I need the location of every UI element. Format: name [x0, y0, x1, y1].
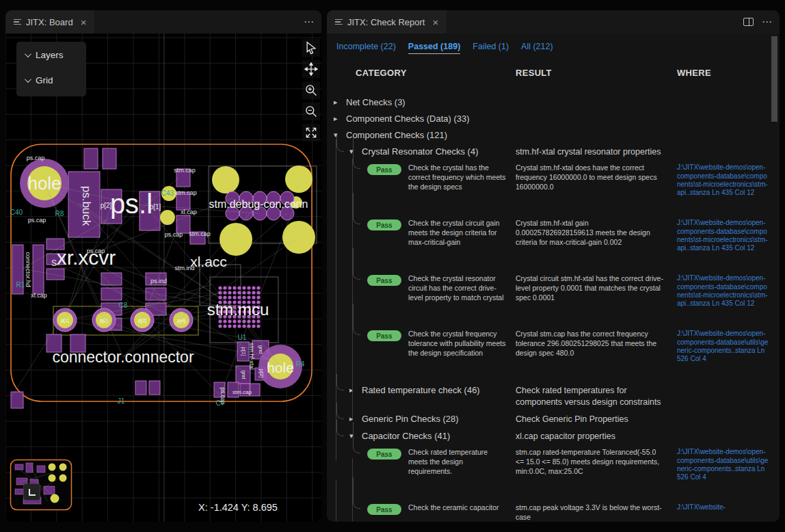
board-label: stm.cap: [175, 189, 197, 196]
zoom-out-tool-icon[interactable]: [302, 103, 320, 120]
tree-indent-guide: [352, 458, 353, 521]
group-result: Check Generic Pin Properties: [516, 414, 677, 425]
pad-label: p[2]: [100, 318, 108, 323]
close-icon[interactable]: ×: [432, 16, 438, 28]
board-label: J1: [118, 397, 125, 405]
tree-indent-guide: [353, 248, 360, 280]
group-result: Check rated temperatures for components …: [516, 385, 677, 408]
pcb-board[interactable]: p[1]p[2]p[3]p[4]holeps.lp[2]p[1]stm.debu…: [5, 34, 321, 522]
filter-tab[interactable]: Passed (189): [408, 42, 460, 54]
board-label: hole: [267, 360, 294, 375]
where-link[interactable]: J:\JITX\website-demos\open-components-da…: [677, 219, 780, 253]
expand-arrow-icon[interactable]: ▸: [334, 114, 341, 123]
group-label: Net Checks (3): [346, 97, 405, 107]
bga-ball: [228, 324, 231, 328]
zoom-in-tool-icon[interactable]: [302, 81, 320, 99]
bga-ball: [232, 324, 236, 328]
result-filter-tabs: Incomplete (22)Passed (189)Failed (1)All…: [327, 34, 780, 58]
check-result: Crystal stm.cap has the correct frequenc…: [516, 330, 677, 358]
where-link[interactable]: J:\JITX\website-demos\open-components-da…: [677, 163, 780, 198]
more-actions-icon[interactable]: ⋯: [762, 16, 773, 28]
smd-pad: [11, 392, 23, 408]
where-link[interactable]: J:\JITX\website-demos\open-components-da…: [677, 448, 780, 482]
board-label: R1: [16, 281, 25, 289]
check-row[interactable]: PassCheck rated temperature meets the de…: [327, 448, 780, 497]
grid-toggle[interactable]: Grid: [25, 75, 78, 85]
check-category-cell: PassCheck the crystal resonator circuit …: [334, 274, 516, 303]
board-label: xl.cap: [31, 292, 47, 299]
check-result: Crystal circuit stm.hf-xtal has the corr…: [516, 274, 677, 303]
group-label-cell[interactable]: ▾Capacitor Checks (41): [334, 431, 516, 441]
group-label-cell[interactable]: ▸Component Checks (Data) (33): [334, 114, 516, 124]
smd-pad: [46, 269, 64, 280]
board-minimap[interactable]: [10, 459, 72, 511]
filter-tab[interactable]: Incomplete (22): [336, 42, 396, 54]
group-row[interactable]: ▾Component Checks (121): [327, 130, 780, 140]
group-row[interactable]: ▾Crystal Resonator Checks (4)stm.hf-xtal…: [327, 146, 780, 157]
check-row[interactable]: PassCheck the crystal circuit gain meets…: [327, 219, 780, 268]
tab-jitx-check-report[interactable]: JITX: Check Report ×: [327, 10, 447, 34]
zoom-fit-tool-icon[interactable]: [302, 124, 320, 142]
expand-arrow-icon[interactable]: ▸: [349, 386, 356, 395]
board-label: ps.l: [110, 189, 152, 219]
bga-ball: [247, 291, 250, 294]
check-row[interactable]: PassCheck the ceramic capacitorstm.cap p…: [327, 503, 780, 521]
check-result: stm.cap peak voltage 3.3V is below the w…: [516, 503, 677, 521]
group-row[interactable]: ▾Capacitor Checks (41)xl.cap capacitor p…: [327, 431, 780, 442]
grid-label: Grid: [36, 75, 53, 85]
group-label-cell[interactable]: ▸Net Checks (3): [334, 97, 516, 107]
smd-pad: [101, 273, 122, 285]
smd-pad: [101, 288, 122, 300]
check-description: Check the crystal frequency tolerance wi…: [408, 330, 516, 358]
group-label-cell[interactable]: ▾Crystal Resonator Checks (4): [334, 146, 516, 157]
group-row[interactable]: ▸Rated temperature check (46)Check rated…: [327, 385, 780, 408]
origin-marker[interactable]: [23, 483, 40, 501]
group-row[interactable]: ▸Generic Pin Checks (28)Check Generic Pi…: [327, 414, 780, 425]
check-report-panel: JITX: Check Report × ⋯ Incomplete (22)Pa…: [327, 10, 780, 522]
expand-arrow-icon[interactable]: ▸: [334, 98, 341, 107]
tree-indent-guide: [336, 139, 336, 461]
filter-tab[interactable]: Failed (1): [473, 42, 509, 54]
tab-title: JITX: Board: [26, 17, 73, 27]
tab-jitx-board[interactable]: JITX: Board ×: [5, 10, 94, 34]
group-row[interactable]: ▸Component Checks (Data) (33): [327, 114, 780, 124]
where-link[interactable]: J:\JITX\website-demos\open-components-da…: [677, 330, 780, 364]
board-label: stm.debug-con.conn: [209, 198, 308, 210]
pointer-tool-icon[interactable]: [302, 39, 320, 57]
close-icon[interactable]: ×: [81, 16, 87, 28]
bga-ball: [228, 319, 231, 323]
where-link[interactable]: J:\JITX\website-: [677, 503, 780, 511]
group-row[interactable]: ▸Net Checks (3): [327, 97, 780, 107]
smd-pad: [149, 381, 160, 395]
group-label-cell[interactable]: ▸Rated temperature check (46): [334, 385, 516, 395]
bga-ball: [256, 324, 260, 328]
group-label-cell[interactable]: ▸Generic Pin Checks (28): [334, 414, 516, 424]
check-row[interactable]: PassCheck the crystal frequency toleranc…: [327, 330, 780, 379]
more-actions-icon[interactable]: ⋯: [304, 16, 315, 28]
board-tabbar: JITX: Board × ⋯: [5, 10, 321, 34]
check-row[interactable]: PassCheck the crystal resonator circuit …: [327, 274, 780, 323]
axis-origin-icon: [29, 489, 36, 496]
check-category-cell: PassCheck the crystal frequency toleranc…: [334, 330, 516, 358]
pass-badge: Pass: [367, 504, 401, 515]
board-canvas[interactable]: p[1]p[2]p[3]p[4]holeps.lp[2]p[1]stm.debu…: [5, 34, 321, 522]
filter-tab[interactable]: All (212): [521, 42, 553, 54]
check-row[interactable]: PassCheck the crystal has the correct fr…: [327, 163, 780, 213]
bga-ball: [247, 295, 250, 299]
scrollbar-thumb[interactable]: [771, 36, 777, 122]
where-link[interactable]: J:\JITX\website-demos\open-components-da…: [677, 274, 780, 308]
board-label: ps.cap: [165, 231, 183, 238]
mount-hole: [160, 210, 175, 225]
layers-toggle[interactable]: Layers: [25, 50, 78, 60]
split-editor-icon[interactable]: [743, 18, 754, 26]
bga-ball: [218, 319, 222, 323]
group-label-cell[interactable]: ▾Component Checks (121): [334, 130, 516, 140]
pan-tool-icon[interactable]: [302, 60, 320, 78]
group-label: Capacitor Checks (41): [362, 431, 450, 441]
board-label: connector.connector: [52, 348, 194, 366]
smd-pad: [84, 148, 98, 169]
board-label: stm.ind: [174, 265, 194, 271]
pass-badge: Pass: [367, 220, 401, 230]
tree-indent-guide: [336, 135, 344, 152]
check-description: Check the crystal has the correct freque…: [408, 163, 516, 192]
